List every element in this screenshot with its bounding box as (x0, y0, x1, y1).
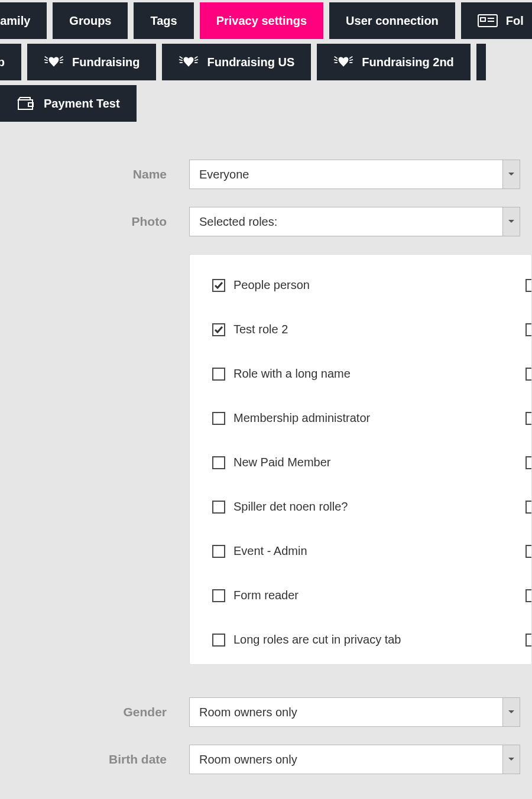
tab-label: ership (0, 56, 5, 69)
role-item[interactable]: Spiller det noen rolle? (212, 500, 425, 514)
heart-wings-icon (44, 54, 64, 70)
tab-label: Tags (150, 14, 177, 28)
role-label: Form reader (233, 589, 299, 602)
tabs-row-2: ership Fundraising Fundraising US Fundra… (0, 41, 532, 83)
checkbox[interactable] (525, 634, 532, 647)
role-item[interactable]: Event - Admin (212, 544, 425, 558)
tab-label: Fol (506, 14, 524, 28)
tab-label: Fundraising (72, 56, 140, 69)
role-item[interactable]: Test role 2 (212, 323, 425, 336)
role-item[interactable]: Membership administrator (212, 411, 425, 425)
role-label: Test role 2 (233, 323, 288, 336)
select-value: Room owners only (189, 745, 520, 774)
checkbox[interactable] (212, 279, 225, 292)
chevron-down-icon[interactable] (502, 697, 520, 727)
form-content: Name Everyone Photo Selected roles: Peop… (0, 124, 532, 774)
role-label: Membership administrator (233, 411, 370, 425)
role-label: People person (233, 278, 310, 292)
checkbox[interactable] (525, 589, 532, 602)
tab-partial-right[interactable] (476, 44, 486, 80)
tab-label: Family (0, 14, 30, 28)
label-birthdate: Birth date (0, 752, 189, 766)
card-icon (478, 13, 498, 28)
tab-groups[interactable]: Groups (53, 2, 128, 39)
row-birthdate: Birth date Room owners only (0, 745, 532, 774)
roles-grid: People personTest role 2Role with a long… (212, 278, 509, 647)
role-label: Role with a long name (233, 367, 351, 381)
heart-wings-icon (179, 54, 199, 70)
role-item[interactable]: Long roles are cut in privacy tab (212, 633, 425, 647)
role-item[interactable]: Edit perso (525, 411, 532, 425)
role-item[interactable]: Message (525, 500, 532, 514)
role-item[interactable]: No object (525, 544, 532, 558)
role-item[interactable]: Role with a long name (212, 367, 425, 381)
select-value: Selected roles: (189, 207, 520, 236)
tab-membership-partial[interactable]: ership (0, 44, 21, 80)
wallet-icon (15, 96, 35, 111)
tab-fundraising-2nd[interactable]: Fundraising 2nd (317, 44, 471, 80)
role-item[interactable]: Edit own p (525, 367, 532, 381)
role-item[interactable]: Sales cus (525, 589, 532, 602)
tabs-row-1: Family Groups Tags Privacy settings User… (0, 0, 532, 41)
checkbox[interactable] (212, 412, 225, 425)
role-label: New Paid Member (233, 456, 331, 469)
tab-fundraising[interactable]: Fundraising (27, 44, 156, 80)
checkbox[interactable] (212, 589, 225, 602)
tabs-container: Family Groups Tags Privacy settings User… (0, 0, 532, 124)
checkbox[interactable] (212, 634, 225, 647)
role-label: Spiller det noen rolle? (233, 500, 348, 514)
checkbox[interactable] (525, 456, 532, 469)
svg-rect-1 (481, 18, 485, 21)
role-item[interactable]: Form reader (212, 589, 425, 602)
roles-col-2: CalendarTest role 3Edit own pEdit persoI… (525, 278, 532, 647)
tab-privacy-settings[interactable]: Privacy settings (200, 2, 323, 39)
select-name[interactable]: Everyone (189, 160, 520, 189)
checkbox[interactable] (212, 545, 225, 558)
select-photo[interactable]: Selected roles: (189, 207, 520, 236)
role-item[interactable]: Initial Pai (525, 456, 532, 469)
checkbox[interactable] (525, 323, 532, 336)
tab-family[interactable]: Family (0, 2, 47, 39)
select-birthdate[interactable]: Room owners only (189, 745, 520, 774)
row-photo: Photo Selected roles: (0, 207, 532, 236)
tab-label: Payment Test (44, 97, 120, 111)
checkbox[interactable] (525, 368, 532, 381)
tab-followers[interactable]: Fol (461, 2, 532, 39)
row-gender: Gender Room owners only (0, 697, 532, 727)
role-item[interactable]: FR Reade (525, 633, 532, 647)
tab-user-connection[interactable]: User connection (329, 2, 455, 39)
chevron-down-icon[interactable] (502, 160, 520, 189)
select-gender[interactable]: Room owners only (189, 697, 520, 727)
role-item[interactable]: Test role 3 (525, 323, 532, 336)
role-item[interactable]: People person (212, 278, 425, 292)
tab-fundraising-us[interactable]: Fundraising US (162, 44, 311, 80)
tab-label: Fundraising US (207, 56, 294, 69)
tabs-row-3: Payment Test (0, 83, 532, 124)
roles-col-1: People personTest role 2Role with a long… (212, 278, 425, 647)
tab-label: Fundraising 2nd (362, 56, 454, 69)
tab-tags[interactable]: Tags (134, 2, 193, 39)
checkbox[interactable] (525, 279, 532, 292)
chevron-down-icon[interactable] (502, 207, 520, 236)
tab-label: Privacy settings (216, 14, 307, 28)
checkbox[interactable] (525, 501, 532, 514)
tab-payment-test[interactable]: Payment Test (0, 85, 137, 122)
checkbox[interactable] (212, 323, 225, 336)
heart-wings-icon (333, 54, 353, 70)
tab-label: User connection (346, 14, 439, 28)
label-gender: Gender (0, 705, 189, 719)
checkbox[interactable] (525, 545, 532, 558)
checkbox[interactable] (525, 412, 532, 425)
checkbox[interactable] (212, 368, 225, 381)
checkbox[interactable] (212, 456, 225, 469)
select-value: Everyone (189, 160, 520, 189)
role-item[interactable]: Calendar (525, 278, 532, 292)
chevron-down-icon[interactable] (502, 745, 520, 774)
row-name: Name Everyone (0, 160, 532, 189)
roles-panel: People personTest role 2Role with a long… (189, 254, 532, 665)
checkbox[interactable] (212, 501, 225, 514)
tab-label: Groups (69, 14, 111, 28)
role-item[interactable]: New Paid Member (212, 456, 425, 469)
label-photo: Photo (0, 215, 189, 229)
select-value: Room owners only (189, 697, 520, 727)
